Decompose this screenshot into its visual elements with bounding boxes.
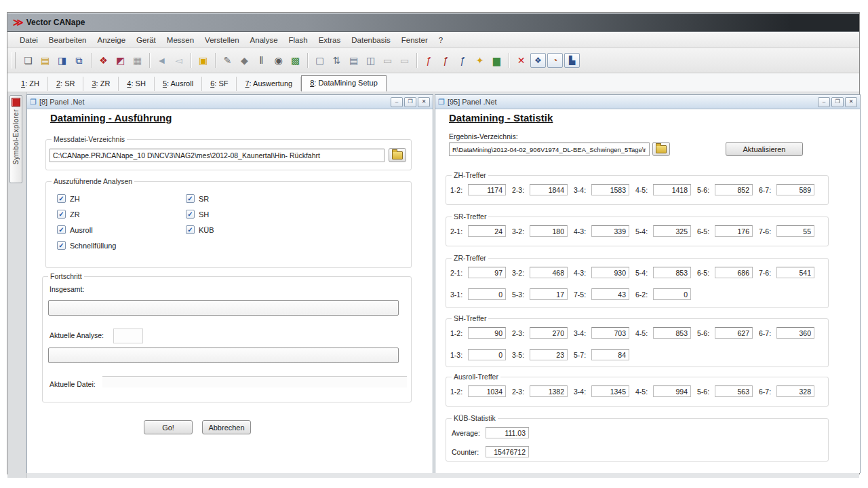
ausroll-treffer-6-7-input[interactable] bbox=[776, 386, 814, 397]
zh-treffer-6-7-input[interactable] bbox=[776, 184, 814, 195]
zr-treffer-4-3-input[interactable] bbox=[591, 267, 629, 278]
sh-treffer-1-2-input[interactable] bbox=[468, 327, 506, 339]
open-folder-icon[interactable]: ▤ bbox=[37, 53, 53, 69]
minimize-button[interactable]: – bbox=[391, 97, 403, 107]
sr-treffer-5-4-input[interactable] bbox=[653, 225, 691, 237]
menu-ger-t[interactable]: Gerät bbox=[131, 34, 161, 46]
close-button[interactable]: ✕ bbox=[845, 97, 857, 107]
minimize-button[interactable]: – bbox=[818, 97, 830, 107]
sr-treffer-3-2-input[interactable] bbox=[530, 225, 568, 237]
menu-help[interactable]: ? bbox=[433, 34, 448, 46]
start-measurement-icon[interactable]: ◆ bbox=[237, 53, 252, 69]
checkbox-küb[interactable]: ✓ bbox=[186, 225, 195, 234]
menu-extras[interactable]: Extras bbox=[313, 34, 347, 46]
tab-4-sh[interactable]: 4: SH bbox=[119, 77, 155, 91]
sh-treffer-3-4-input[interactable] bbox=[591, 327, 629, 339]
analysis-option-ausroll[interactable]: ✓Ausroll bbox=[57, 225, 117, 234]
map-window-icon[interactable]: ▭ bbox=[380, 53, 395, 69]
zh-treffer-5-6-input[interactable] bbox=[715, 184, 753, 195]
save-all-icon[interactable]: ⧉ bbox=[71, 53, 87, 69]
ausroll-treffer-5-6-input[interactable] bbox=[715, 386, 753, 397]
zr-treffer-7-6-input[interactable] bbox=[776, 267, 814, 278]
tab-8-datamining-setup[interactable]: 8: DataMining Setup bbox=[301, 75, 387, 92]
delete-icon[interactable]: ▦ bbox=[130, 53, 145, 69]
statistics-chart-icon[interactable]: ▙ bbox=[564, 53, 580, 68]
ausroll-treffer-3-4-input[interactable] bbox=[591, 386, 629, 397]
ausroll-treffer-2-3-input[interactable] bbox=[530, 386, 568, 397]
symbol-explorer-tab[interactable]: Symbol-Explorer bbox=[9, 95, 22, 183]
analysis-option-schnellfüllung[interactable]: ✓Schnellfüllung bbox=[57, 241, 117, 250]
ausroll-treffer-1-2-input[interactable] bbox=[468, 386, 506, 397]
zh-treffer-4-5-input[interactable] bbox=[653, 184, 691, 195]
sr-treffer-2-1-input[interactable] bbox=[468, 225, 506, 237]
küb-statistik-counter-input[interactable] bbox=[486, 446, 529, 457]
go-button[interactable]: Go! bbox=[144, 420, 193, 434]
zr-treffer-6-2-input[interactable] bbox=[653, 288, 691, 300]
scheduler-clock-icon[interactable]: ◔ bbox=[547, 53, 563, 68]
zh-treffer-1-2-input[interactable] bbox=[468, 184, 506, 195]
aktualisieren-button[interactable]: Aktualisieren bbox=[726, 142, 803, 156]
tab-2-sr[interactable]: 2: SR bbox=[48, 77, 84, 91]
menu-flash[interactable]: Flash bbox=[283, 34, 313, 46]
menu-anzeige[interactable]: Anzeige bbox=[92, 34, 131, 46]
write-pen-icon[interactable]: ✎ bbox=[220, 53, 235, 69]
sh-treffer-5-6-input[interactable] bbox=[715, 327, 753, 339]
save-icon[interactable]: ◨ bbox=[54, 53, 70, 69]
analysis-option-sh[interactable]: ✓SH bbox=[186, 210, 214, 219]
checkbox-sr[interactable]: ✓ bbox=[186, 194, 195, 203]
zr-treffer-3-1-input[interactable] bbox=[468, 288, 506, 300]
analysis-option-zr[interactable]: ✓ZR bbox=[57, 210, 117, 219]
text-window-icon[interactable]: ▭ bbox=[397, 53, 412, 69]
abbrechen-button[interactable]: Abbrechen bbox=[202, 420, 251, 434]
watch-window-icon[interactable]: ▤ bbox=[346, 53, 361, 69]
zr-treffer-3-2-input[interactable] bbox=[530, 267, 568, 278]
checkbox-schnellfüllung[interactable]: ✓ bbox=[57, 241, 66, 250]
zr-treffer-2-1-input[interactable] bbox=[468, 267, 506, 278]
sh-treffer-2-3-input[interactable] bbox=[530, 327, 568, 339]
stop-measurement-icon[interactable]: ◉ bbox=[271, 53, 286, 69]
zr-treffer-7-5-input[interactable] bbox=[591, 288, 629, 300]
analysis-option-zh[interactable]: ✓ZH bbox=[57, 194, 117, 203]
zr-treffer-5-4-input[interactable] bbox=[653, 267, 691, 278]
menu-datei[interactable]: Datei bbox=[14, 34, 43, 46]
sh-treffer-5-7-input[interactable] bbox=[591, 349, 629, 360]
checkbox-zh[interactable]: ✓ bbox=[57, 194, 66, 203]
analysis-option-küb[interactable]: ✓KÜB bbox=[186, 225, 214, 234]
sh-treffer-6-7-input[interactable] bbox=[776, 327, 814, 339]
formula-icon[interactable]: ƒ bbox=[455, 53, 471, 69]
database-icon[interactable]: ▆ bbox=[489, 53, 505, 69]
project-config-icon[interactable]: ❖ bbox=[96, 53, 111, 69]
measurement-display-icon[interactable]: ▩ bbox=[288, 53, 303, 69]
value-stepper-icon[interactable]: ⇅ bbox=[329, 53, 344, 69]
zh-treffer-3-4-input[interactable] bbox=[591, 184, 629, 195]
panel-editor-icon[interactable]: ▣ bbox=[195, 53, 211, 69]
sr-treffer-4-3-input[interactable] bbox=[591, 225, 629, 237]
zr-treffer-5-3-input[interactable] bbox=[530, 288, 568, 300]
checkbox-ausroll[interactable]: ✓ bbox=[57, 225, 66, 234]
küb-statistik-average-input[interactable] bbox=[486, 427, 529, 438]
calibration-window-icon[interactable]: ▢ bbox=[312, 53, 328, 69]
menu-analyse[interactable]: Analyse bbox=[245, 34, 283, 46]
sh-treffer-3-5-input[interactable] bbox=[530, 349, 568, 360]
menu-messen[interactable]: Messen bbox=[161, 34, 199, 46]
sh-treffer-1-3-input[interactable] bbox=[468, 349, 506, 360]
sh-treffer-4-5-input[interactable] bbox=[653, 327, 691, 339]
tab-3-zr[interactable]: 3: ZR bbox=[83, 77, 119, 91]
menu-verstellen[interactable]: Verstellen bbox=[199, 34, 245, 46]
ergebnis-browse-button[interactable] bbox=[652, 142, 670, 156]
datamining-run-icon[interactable]: ❖ bbox=[530, 53, 546, 68]
sr-treffer-7-6-input[interactable] bbox=[776, 225, 814, 237]
measurement-setup-icon[interactable]: ◩ bbox=[113, 53, 128, 69]
analysis-option-sr[interactable]: ✓SR bbox=[186, 194, 214, 203]
graph-window-icon[interactable]: ◫ bbox=[363, 53, 378, 69]
menu-datenbasis[interactable]: Datenbasis bbox=[346, 34, 396, 46]
checkbox-zr[interactable]: ✓ bbox=[57, 210, 66, 219]
ausroll-treffer-4-5-input[interactable] bbox=[653, 386, 691, 397]
sr-treffer-6-5-input[interactable] bbox=[715, 225, 753, 237]
nav-back-small-icon[interactable]: ◅ bbox=[171, 53, 186, 69]
flash-icon[interactable]: ✦ bbox=[472, 53, 488, 69]
checkbox-sh[interactable]: ✓ bbox=[186, 210, 195, 219]
pause-measurement-icon[interactable]: ‖ bbox=[254, 53, 269, 69]
ergebnis-path-input[interactable] bbox=[449, 143, 650, 156]
tab-5-ausroll[interactable]: 5: Ausroll bbox=[155, 77, 202, 91]
